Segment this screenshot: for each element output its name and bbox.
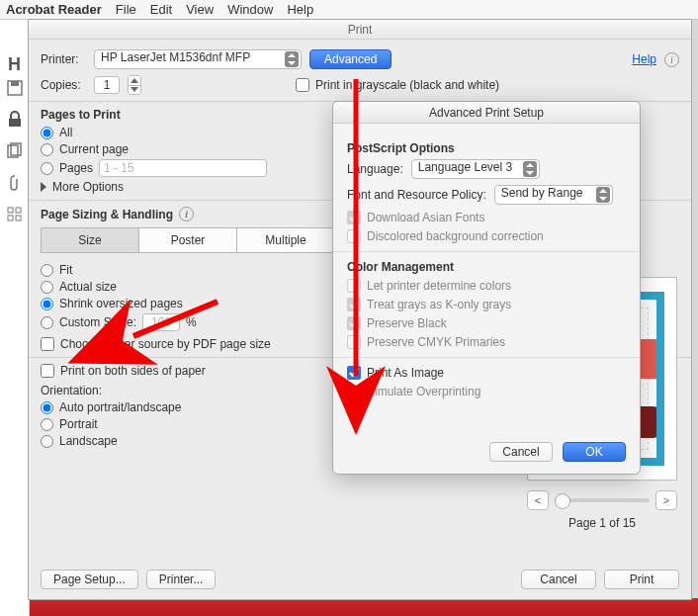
discolored-bg-checkbox: [347, 229, 361, 243]
radio-custom-label: Custom Scale:: [59, 315, 136, 329]
language-label: Language:: [347, 162, 403, 176]
advanced-button[interactable]: Advanced: [309, 49, 392, 69]
page-setup-button[interactable]: Page Setup...: [41, 570, 138, 589]
radio-fit-label: Fit: [59, 263, 72, 277]
grayscale-checkbox[interactable]: [296, 78, 309, 92]
svg-rect-2: [9, 119, 21, 127]
radio-orient-portrait-label: Portrait: [59, 417, 98, 431]
radio-fit[interactable]: [41, 264, 53, 277]
advanced-ok-button[interactable]: OK: [563, 442, 626, 462]
advanced-cancel-button[interactable]: Cancel: [489, 442, 553, 462]
preview-slider[interactable]: [555, 498, 650, 502]
updown-icon: [285, 51, 299, 67]
font-resource-select[interactable]: Send by Range: [494, 185, 613, 205]
svg-marker-9: [131, 78, 138, 83]
menu-file[interactable]: File: [116, 2, 136, 17]
font-resource-value: Send by Range: [501, 186, 583, 200]
radio-orient-landscape[interactable]: [41, 435, 53, 448]
radio-actual[interactable]: [41, 281, 53, 294]
radio-shrink-label: Shrink oversized pages: [59, 297, 183, 310]
grayscale-label: Print in grayscale (black and white): [315, 78, 499, 92]
tab-poster[interactable]: Poster: [138, 227, 237, 253]
font-resource-label: Font and Resource Policy:: [347, 188, 486, 202]
pages-range-input[interactable]: [99, 159, 267, 177]
print-dialog-title: Print: [29, 20, 691, 40]
svg-marker-10: [131, 87, 138, 92]
svg-rect-7: [8, 216, 13, 220]
language-value: Language Level 3: [418, 160, 512, 174]
tab-size[interactable]: Size: [41, 227, 139, 253]
svg-rect-6: [16, 208, 21, 213]
save-icon[interactable]: [6, 79, 24, 97]
download-asian-label: Download Asian Fonts: [367, 211, 484, 224]
sizing-info-icon[interactable]: i: [179, 207, 194, 221]
preview-prev-button[interactable]: <: [527, 490, 549, 510]
left-toolbar: H: [0, 20, 30, 616]
preview-next-button[interactable]: >: [655, 490, 677, 510]
radio-custom[interactable]: [41, 316, 53, 329]
print-as-image-checkbox[interactable]: [347, 366, 361, 380]
discolored-bg-label: Discolored background correction: [367, 229, 544, 243]
attachment-icon[interactable]: [6, 174, 24, 192]
radio-shrink[interactable]: [41, 298, 53, 310]
copies-stepper[interactable]: [128, 75, 141, 95]
print-confirm-button[interactable]: Print: [604, 570, 679, 589]
menu-bar: Acrobat Reader File Edit View Window Hel…: [0, 0, 698, 20]
app-name: Acrobat Reader: [6, 2, 102, 17]
help-link[interactable]: Help: [632, 52, 656, 66]
advanced-dialog-title: Advanced Print Setup: [333, 102, 640, 124]
disclosure-triangle-icon: [41, 182, 46, 192]
print-as-image-label: Print As Image: [367, 366, 444, 380]
home-letter: H: [8, 54, 21, 75]
menu-help[interactable]: Help: [287, 2, 313, 17]
menu-edit[interactable]: Edit: [150, 2, 172, 17]
radio-actual-label: Actual size: [59, 280, 117, 294]
lock-icon[interactable]: [6, 111, 24, 129]
both-sides-checkbox[interactable]: [41, 364, 54, 378]
preserve-black-checkbox: [347, 316, 361, 330]
radio-pages[interactable]: [41, 162, 53, 175]
preserve-cmyk-checkbox: [347, 335, 361, 349]
document-background: [30, 598, 698, 616]
sizing-title: Page Sizing & Handling: [41, 208, 173, 221]
updown-icon: [523, 161, 537, 177]
preserve-cmyk-label: Preserve CMYK Primaries: [367, 335, 505, 349]
tab-multiple[interactable]: Multiple: [236, 227, 335, 253]
svg-rect-1: [11, 81, 19, 86]
help-info-icon[interactable]: i: [664, 52, 679, 67]
choose-paper-source-label: Choose paper source by PDF page size: [60, 337, 271, 351]
page-indicator: Page 1 of 15: [527, 516, 677, 530]
preserve-black-label: Preserve Black: [367, 316, 447, 330]
printer-button[interactable]: Printer...: [146, 570, 217, 589]
svg-rect-5: [8, 208, 13, 213]
copies-input[interactable]: [94, 76, 120, 94]
simulate-overprint-checkbox: [347, 385, 361, 398]
radio-all[interactable]: [41, 127, 53, 139]
chevron-left-icon: <: [535, 494, 541, 506]
chevron-right-icon: >: [663, 494, 669, 506]
language-select[interactable]: Language Level 3: [411, 159, 540, 179]
menu-window[interactable]: Window: [227, 2, 273, 17]
radio-all-label: All: [59, 126, 72, 139]
custom-scale-input[interactable]: [142, 313, 180, 331]
copies-label: Copies:: [41, 78, 86, 92]
pages-icon[interactable]: [6, 142, 24, 160]
printer-select[interactable]: HP LaserJet M1536dnf MFP: [94, 49, 302, 69]
printer-label: Printer:: [41, 52, 86, 66]
radio-orient-auto[interactable]: [41, 401, 53, 414]
treat-grays-checkbox: [347, 298, 361, 311]
simulate-overprint-label: Simulate Overprinting: [367, 385, 480, 398]
let-printer-checkbox: [347, 279, 361, 293]
download-asian-checkbox: [347, 211, 361, 224]
let-printer-label: Let printer determine colors: [367, 279, 511, 293]
menu-view[interactable]: View: [186, 2, 214, 17]
radio-orient-portrait[interactable]: [41, 418, 53, 431]
radio-current[interactable]: [41, 143, 53, 156]
grid-icon[interactable]: [6, 206, 24, 223]
radio-orient-auto-label: Auto portrait/landscape: [59, 400, 181, 414]
radio-pages-label: Pages: [59, 161, 93, 175]
print-cancel-button[interactable]: Cancel: [521, 570, 596, 589]
treat-grays-label: Treat grays as K-only grays: [367, 298, 511, 311]
choose-paper-source-checkbox[interactable]: [41, 337, 54, 351]
more-options-label: More Options: [52, 180, 124, 194]
